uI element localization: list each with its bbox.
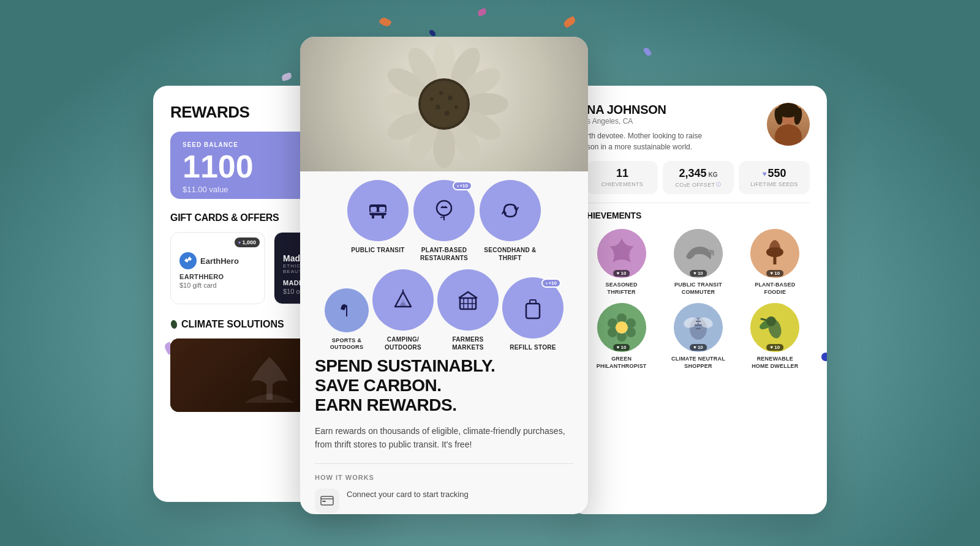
thrifter-badge: ♥ 10 [613, 270, 630, 277]
svg-point-60 [616, 321, 628, 334]
refill-badge: ♥+10 [541, 279, 561, 288]
camping-icon [390, 287, 416, 313]
cards-wrapper: REWARDS SEED BALANCE 1100 $11.00 value G… [153, 37, 827, 514]
stats-row: 11 CHIEVEMENTS 2,345 KG CO₂E OFFSET ⓘ ♥ … [587, 161, 810, 194]
dot-blue-right [821, 353, 827, 361]
hero-description: Earn rewards on thousands of eligible, c… [315, 424, 573, 452]
plant-based-circle: ♥+10 [413, 180, 475, 241]
svg-rect-27 [372, 215, 374, 219]
seed-dot-icon: ♥ [457, 184, 459, 188]
category-sports[interactable]: SPORTS &OUTDOORS [325, 288, 369, 351]
svg-point-17 [421, 81, 467, 127]
svg-point-23 [430, 97, 434, 101]
philanthropist-badge: ♥ 10 [613, 344, 630, 351]
earthhero-name: EARTHHERO [179, 273, 256, 280]
sunflower-svg [352, 37, 536, 171]
category-secondhand[interactable]: SECONDHAND &THRIFT [480, 180, 541, 262]
svg-rect-28 [382, 215, 384, 219]
sports-label: SPORTS &OUTDOORS [330, 337, 363, 351]
achievement-philanthropist[interactable]: ♥ 10 GREENPHILANTHROPIST [587, 303, 656, 370]
leaf-icon [170, 320, 178, 329]
step-icon-box [315, 488, 339, 513]
renewable-name: RENEWABLEHOME DWELLER [752, 356, 798, 370]
philanthropist-name: GREENPHILANTHROPIST [597, 356, 647, 370]
earthhero-badge: ♥ 1,000 [235, 237, 260, 247]
stat-seeds: ♥ 550 LIFETIME SEEDS [739, 161, 810, 194]
divider [587, 203, 810, 203]
farmers-icon [455, 287, 481, 313]
earthhero-text: EarthHero [200, 256, 239, 266]
profile-header: NA JOHNSON s Angeles, CA rth devotee. Mo… [587, 103, 810, 152]
achievement-thrifter[interactable]: ♥ 10 SEASONEDTHRIFTER [587, 229, 656, 296]
stat-co2-label: CO₂E OFFSET ⓘ [668, 181, 729, 188]
climate-neutral-badge: ♥ 10 [690, 344, 707, 351]
farmers-label: FARMERSMARKETS [452, 335, 484, 351]
heart-transit-icon: ♥ [693, 271, 696, 276]
svg-rect-25 [371, 207, 377, 212]
refill-circle: ♥+10 [502, 277, 564, 338]
hero-title: SPEND SUSTAINABLY.SAVE CARBON.EARN REWAR… [315, 356, 573, 416]
public-transit-label: PUBLIC TRANSIT [351, 246, 405, 254]
camping-label: CAMPING/OUTDOORS [385, 335, 421, 351]
sunflower-image [300, 37, 588, 171]
transit-name: PUBLIC TRANSITCOMMUTER [674, 282, 722, 296]
public-transit-circle [347, 180, 409, 241]
category-camping[interactable]: CAMPING/OUTDOORS [372, 269, 434, 351]
achievement-transit[interactable]: ♥ 10 PUBLIC TRANSITCOMMUTER [663, 229, 733, 296]
stat-co2-unit: KG [709, 171, 718, 178]
earthhero-icon [179, 252, 197, 269]
heart-renewable-icon: ♥ [771, 345, 774, 350]
stat-co2-number: 2,345 [679, 167, 706, 180]
sports-circle [325, 288, 369, 332]
achievement-renewable[interactable]: ♥ 10 RENEWABLEHOME DWELLER [741, 303, 810, 370]
avatar-image [767, 103, 810, 146]
stat-seeds-label: LIFETIME SEEDS [744, 181, 805, 187]
wetlands-icon-svg [233, 345, 306, 406]
refill-icon [520, 295, 546, 321]
achievement-thrifter-circle: ♥ 10 [597, 229, 646, 278]
achievement-foodie[interactable]: ♥ 10 PLANT-BASEDFOODIE [741, 229, 810, 296]
card-icon [320, 493, 334, 508]
foodie-name: PLANT-BASEDFOODIE [755, 282, 795, 296]
public-transit-icon [366, 198, 390, 223]
stat-achievements: 11 CHIEVEMENTS [587, 161, 658, 194]
profile-info: NA JOHNSON s Angeles, CA rth devotee. Mo… [587, 103, 767, 152]
earthhero-gift-card[interactable]: ♥ 1,000 EarthHero EARTHHERO $10 gift car… [170, 232, 265, 304]
achievement-climate-neutral[interactable]: ♥ 10 CLIMATE NEUTRALSHOPPER [663, 303, 733, 370]
refill-label: REFILL STORE [510, 343, 556, 351]
secondhand-label: SECONDHAND &THRIFT [484, 246, 536, 262]
achievement-transit-circle: ♥ 10 [674, 229, 723, 278]
achievement-foodie-circle: ♥ 10 [750, 229, 799, 278]
farmers-circle [437, 269, 499, 331]
avatar [767, 103, 810, 146]
sports-icon [337, 301, 356, 320]
profile-location: s Angeles, CA [587, 117, 767, 125]
category-public-transit[interactable]: PUBLIC TRANSIT [347, 180, 409, 262]
heart-icon: ♥ [617, 271, 620, 276]
achievement-renewable-circle: ♥ 10 [750, 303, 799, 352]
category-refill[interactable]: ♥+10 REFILL STORE [502, 277, 564, 351]
svg-point-18 [448, 95, 453, 100]
seed-purple-icon: ♥ [762, 170, 766, 178]
svg-rect-42 [322, 501, 326, 502]
sunflower-bg [300, 37, 588, 171]
secondhand-circle [480, 180, 541, 241]
foodie-badge: ♥ 10 [767, 270, 784, 277]
how-step-1: Connect your card to start tracking [315, 488, 573, 513]
achievements-section-title: HIEVEMENTS [587, 211, 810, 220]
category-farmers[interactable]: FARMERSMARKETS [437, 269, 499, 351]
transit-badge: ♥ 10 [690, 270, 707, 277]
step-1-text: Connect your card to start tracking [347, 488, 469, 501]
categories-row-2: SPORTS &OUTDOORS CAMPING/OUTDOORS [300, 266, 588, 356]
category-plant-based[interactable]: ♥+10 PLANT-BASEDRESTAURANTS [413, 180, 475, 262]
seed-icon-earthhero: ♥ [238, 240, 241, 245]
svg-point-3 [170, 320, 178, 329]
center-card: PUBLIC TRANSIT ♥+10 PLANT-BASEDRESTAURAN… [300, 37, 588, 514]
info-icon: ⓘ [716, 181, 721, 188]
plant-based-icon [432, 198, 456, 223]
seed-stat-value: ♥ 550 [744, 167, 805, 180]
divider-line [315, 463, 573, 464]
plant-based-label: PLANT-BASEDRESTAURANTS [420, 246, 468, 262]
stat-achievements-number: 11 [592, 167, 653, 180]
seed-dot-refill-icon: ♥ [546, 282, 548, 285]
